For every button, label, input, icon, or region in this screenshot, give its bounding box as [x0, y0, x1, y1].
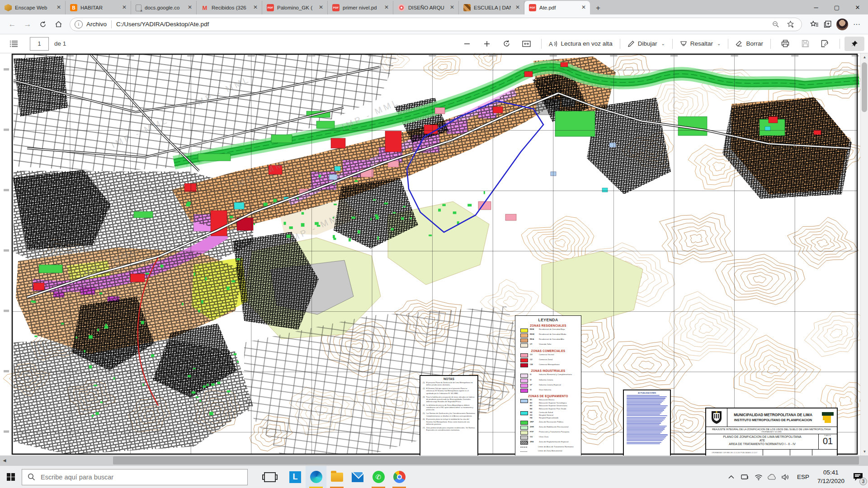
start-button[interactable] [0, 466, 22, 488]
browser-tab-palomino-gk[interactable]: PDFPalomino_GK (✕ [262, 1, 328, 14]
horizontal-scrollbar[interactable]: ◀ [0, 455, 868, 465]
read-aloud-icon: A [549, 40, 558, 47]
tab-close-icon[interactable]: ✕ [186, 4, 193, 11]
browser-tab-escuela-dan[interactable]: ESCUELA | DAN✕ [459, 1, 524, 14]
cast-icon [741, 474, 749, 480]
tab-close-icon[interactable]: ✕ [317, 4, 325, 11]
print-button[interactable] [775, 37, 795, 51]
zoom-out-button[interactable] [457, 37, 477, 51]
tab-close-icon[interactable]: ✕ [55, 4, 62, 11]
browser-tab-ate-pdf[interactable]: PDFAte.pdf✕ [524, 1, 590, 14]
zoom-out-icon [772, 21, 779, 28]
taskbar-app-chrome[interactable] [389, 466, 410, 488]
update-entry-line [627, 432, 662, 432]
tab-close-icon[interactable]: ✕ [448, 4, 456, 11]
tab-close-icon[interactable]: ✕ [383, 4, 390, 11]
collections-button[interactable] [821, 18, 835, 31]
plus-icon [484, 41, 490, 47]
browser-tab-docs-google-co[interactable]: docs.google.co✕ [131, 1, 197, 14]
legend-codes: VT [530, 343, 537, 346]
pdf-favicon: PDF [332, 4, 340, 11]
legend-codes: CZ [530, 358, 537, 361]
profile-avatar[interactable] [836, 19, 848, 30]
home-icon [55, 20, 62, 28]
tab-close-icon[interactable]: ✕ [580, 4, 587, 11]
browser-tab-dise-o-arqu[interactable]: DISEÑO ARQU✕ [393, 1, 459, 14]
taskbar-app-lumion[interactable]: L [285, 466, 306, 488]
legend-swatch [520, 426, 528, 430]
taskbar-app-edge[interactable] [306, 466, 326, 488]
legend-swatch [520, 389, 528, 393]
language-indicator[interactable]: ESP [793, 474, 814, 480]
target-favicon [398, 4, 405, 11]
refresh-button[interactable] [35, 17, 51, 32]
tray-onedrive[interactable] [765, 466, 779, 488]
tray-expand-button[interactable] [725, 466, 738, 488]
favorites-bar-button[interactable] [807, 18, 821, 31]
horizontal-scroll-thumb[interactable] [113, 456, 859, 465]
pdf-contents-button[interactable] [4, 37, 24, 51]
zoom-page-button[interactable] [769, 18, 783, 31]
minimize-button[interactable]: ─ [806, 0, 826, 14]
update-entry-line [627, 402, 662, 403]
vertical-scrollbar[interactable]: ▲ ▼ [860, 53, 868, 455]
read-aloud-button[interactable]: A Lectura en voz alta [546, 37, 615, 51]
browser-tab-primer-nivel-pd[interactable]: PDFprimer nivel.pd✕ [328, 1, 393, 14]
notification-center-button[interactable]: 3 [848, 466, 868, 488]
zoom-in-button[interactable] [477, 37, 497, 51]
taskbar-app-mail[interactable] [347, 466, 368, 488]
back-button[interactable]: ← [5, 17, 20, 32]
tab-close-icon[interactable]: ✕ [121, 4, 128, 11]
tab-close-icon[interactable]: ✕ [514, 4, 521, 11]
save-button[interactable] [795, 37, 815, 51]
highlight-chevron-icon[interactable]: ⌄ [717, 41, 721, 46]
highlight-button[interactable]: Resaltar ⌄ [677, 37, 724, 51]
page-info-icon[interactable]: i [75, 20, 83, 28]
lumion-icon: L [289, 471, 301, 483]
vertical-scroll-thumb[interactable] [862, 62, 867, 112]
pin-toolbar-button[interactable] [844, 37, 864, 51]
task-view-button[interactable] [259, 466, 280, 488]
taskbar-search[interactable] [22, 469, 248, 485]
legend-item: I1Industria Elemental y Complementaria [520, 373, 579, 378]
note-item: (1)El presente Plano de Zonificación de … [423, 381, 475, 386]
browser-tab-recibidos-326[interactable]: MRecibidos (326✕ [197, 1, 262, 14]
scroll-up-arrow[interactable]: ▲ [861, 53, 868, 61]
scroll-down-arrow[interactable]: ▼ [861, 448, 868, 455]
taskbar-app-explorer[interactable] [326, 466, 347, 488]
legend-labels: Residencial de Densidad Alta [539, 338, 579, 341]
imp-logo [819, 408, 837, 427]
update-entry-line [627, 422, 661, 423]
taskbar-app-whatsapp[interactable]: ✆ [368, 466, 389, 488]
update-entry-line [627, 424, 660, 425]
tray-cast[interactable] [738, 466, 752, 488]
rotate-button[interactable] [497, 37, 517, 51]
browser-tab-enscape-web[interactable]: Enscape Web✕ [0, 1, 66, 14]
clock[interactable]: 05:41 7/12/2020 [814, 469, 848, 485]
save-as-icon [821, 40, 830, 47]
legend-codes: PTP [530, 431, 537, 433]
close-button[interactable]: ✕ [847, 0, 868, 14]
home-button[interactable] [51, 17, 66, 32]
draw-button[interactable]: Dibujar ⌄ [625, 37, 668, 51]
legend-labels: Centro de SaludHospital GeneralHospital … [539, 411, 579, 420]
tray-volume[interactable] [779, 466, 793, 488]
address-bar[interactable]: i Archivo C:/Users/YADIRA/Desktop/Ate.pd… [70, 18, 802, 31]
erase-button[interactable]: Borrar [733, 37, 766, 51]
forward-button[interactable]: → [20, 17, 35, 32]
browser-menu-button[interactable]: ··· [850, 18, 863, 31]
fit-width-button[interactable] [517, 37, 537, 51]
browser-tab-habitar[interactable]: BHABITAR✕ [66, 1, 131, 14]
scroll-left-arrow[interactable]: ◀ [0, 455, 9, 465]
title-block-cell2 [763, 450, 790, 455]
search-input[interactable] [40, 473, 242, 481]
maximize-button[interactable]: ▢ [826, 0, 847, 14]
tab-close-icon[interactable]: ✕ [252, 4, 259, 11]
legend-item: PTPProtección y Tratamiento Paisajista [520, 431, 579, 435]
draw-chevron-icon[interactable]: ⌄ [661, 41, 665, 46]
page-number-input[interactable] [30, 37, 49, 51]
save-as-button[interactable] [815, 37, 835, 51]
tray-wifi[interactable] [752, 466, 765, 488]
new-tab-button[interactable]: + [592, 2, 604, 14]
add-favorite-button[interactable] [783, 18, 797, 31]
